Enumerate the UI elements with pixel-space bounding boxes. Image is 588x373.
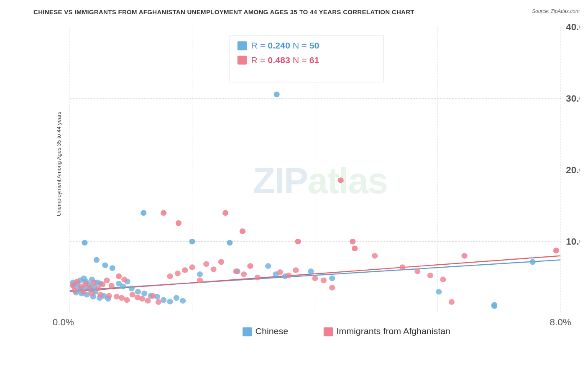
svg-text:Chinese: Chinese xyxy=(256,327,289,336)
svg-point-45 xyxy=(94,257,100,263)
svg-point-135 xyxy=(553,248,559,253)
svg-point-87 xyxy=(80,289,86,295)
svg-point-134 xyxy=(461,253,467,259)
svg-point-66 xyxy=(265,263,271,269)
svg-point-58 xyxy=(161,297,166,303)
svg-point-72 xyxy=(436,289,442,295)
svg-text:20.0%: 20.0% xyxy=(566,165,580,175)
source-label: Source: ZipAtlas.com xyxy=(532,8,580,14)
svg-point-115 xyxy=(247,263,253,269)
svg-point-131 xyxy=(427,273,433,278)
svg-point-86 xyxy=(72,288,78,294)
scatter-plot: .grid-line { stroke: #ddd; stroke-width:… xyxy=(33,19,580,342)
svg-text:10.0%: 10.0% xyxy=(566,237,580,247)
svg-point-77 xyxy=(74,279,80,285)
svg-point-46 xyxy=(102,262,108,268)
svg-text:8.0%: 8.0% xyxy=(550,317,571,327)
svg-point-85 xyxy=(109,283,115,289)
svg-point-70 xyxy=(308,268,314,274)
svg-rect-17 xyxy=(238,41,247,50)
svg-point-107 xyxy=(189,264,195,270)
svg-point-118 xyxy=(277,269,283,275)
svg-point-80 xyxy=(87,285,93,291)
svg-point-122 xyxy=(312,276,318,281)
svg-point-112 xyxy=(222,210,228,216)
svg-point-109 xyxy=(203,261,209,267)
svg-point-64 xyxy=(227,240,233,246)
svg-point-125 xyxy=(337,177,343,183)
svg-point-120 xyxy=(293,267,299,273)
svg-point-132 xyxy=(440,277,446,283)
svg-point-90 xyxy=(106,293,112,299)
svg-point-119 xyxy=(286,273,291,278)
svg-point-47 xyxy=(110,265,115,271)
svg-point-54 xyxy=(135,289,141,295)
svg-point-110 xyxy=(210,266,216,272)
chart-title: CHINESE VS IMMIGRANTS FROM AFGHANISTAN U… xyxy=(33,8,580,15)
svg-point-63 xyxy=(197,271,203,277)
svg-point-106 xyxy=(182,267,188,273)
svg-point-53 xyxy=(129,286,135,291)
chart-area: Unemployment Among Ages 35 to 44 years Z… xyxy=(33,19,580,342)
svg-point-113 xyxy=(233,268,239,274)
svg-point-108 xyxy=(197,278,203,284)
svg-point-98 xyxy=(150,293,156,299)
svg-point-127 xyxy=(352,245,358,251)
svg-point-111 xyxy=(218,259,224,265)
svg-point-89 xyxy=(97,292,103,298)
svg-point-62 xyxy=(189,239,195,245)
svg-point-49 xyxy=(82,240,87,246)
svg-point-114 xyxy=(241,271,247,277)
svg-point-99 xyxy=(156,299,161,305)
svg-text:30.0%: 30.0% xyxy=(566,94,580,104)
svg-point-59 xyxy=(167,299,173,304)
svg-point-100 xyxy=(116,273,122,279)
svg-line-22 xyxy=(70,256,560,292)
svg-text:R = 0.240   N = 50: R = 0.240 N = 50 xyxy=(251,41,319,50)
svg-point-94 xyxy=(130,292,135,298)
svg-point-55 xyxy=(141,291,147,296)
svg-point-126 xyxy=(350,239,355,245)
svg-point-116 xyxy=(255,275,261,281)
svg-point-71 xyxy=(329,276,335,281)
svg-point-82 xyxy=(95,286,101,291)
svg-point-60 xyxy=(174,295,179,301)
svg-point-83 xyxy=(100,281,105,287)
svg-point-88 xyxy=(89,291,95,296)
svg-point-117 xyxy=(240,228,245,234)
svg-point-124 xyxy=(329,285,335,291)
svg-point-105 xyxy=(175,271,181,276)
svg-point-103 xyxy=(176,220,182,226)
svg-point-129 xyxy=(399,264,405,270)
svg-point-48 xyxy=(141,210,146,216)
svg-point-102 xyxy=(161,210,166,216)
svg-point-123 xyxy=(321,278,327,284)
svg-point-93 xyxy=(124,297,130,303)
svg-rect-138 xyxy=(324,327,333,336)
svg-point-51 xyxy=(120,284,126,289)
svg-rect-19 xyxy=(238,56,247,64)
svg-point-104 xyxy=(167,273,173,279)
chart-container: CHINESE VS IMMIGRANTS FROM AFGHANISTAN U… xyxy=(0,0,588,373)
svg-point-133 xyxy=(449,299,455,305)
svg-point-101 xyxy=(121,277,127,283)
svg-text:R = 0.483   N = 61: R = 0.483 N = 61 xyxy=(251,55,319,64)
svg-point-128 xyxy=(372,253,378,259)
svg-rect-136 xyxy=(243,327,252,336)
svg-point-96 xyxy=(139,296,145,302)
svg-point-92 xyxy=(119,295,125,301)
svg-point-121 xyxy=(295,239,301,245)
svg-text:0.0%: 0.0% xyxy=(53,317,74,327)
svg-point-91 xyxy=(114,294,120,300)
svg-point-74 xyxy=(491,303,497,309)
svg-point-61 xyxy=(180,298,186,304)
svg-point-130 xyxy=(414,268,420,274)
svg-point-69 xyxy=(274,92,279,97)
svg-point-75 xyxy=(530,259,536,265)
svg-point-81 xyxy=(91,279,97,285)
svg-point-84 xyxy=(104,278,110,284)
svg-point-79 xyxy=(82,281,88,286)
svg-text:40.0%: 40.0% xyxy=(566,22,580,32)
svg-point-97 xyxy=(145,298,151,304)
svg-text:Immigrants from Afghanistan: Immigrants from Afghanistan xyxy=(336,327,450,336)
